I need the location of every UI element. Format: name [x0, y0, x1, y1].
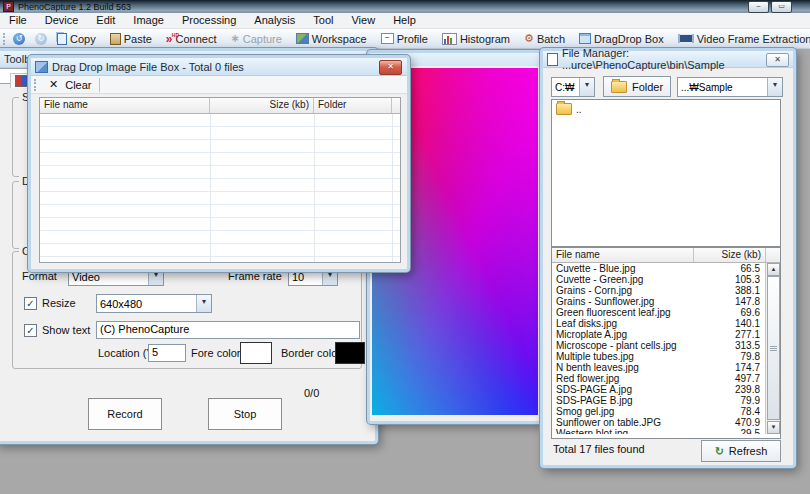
menu-file[interactable]: File	[0, 13, 36, 28]
menu-device[interactable]: Device	[36, 13, 88, 28]
menu-help[interactable]: Help	[384, 13, 425, 28]
file-table-body: Cuvette - Blue.jpg 66.5 Cuvette - Green.…	[552, 263, 766, 434]
chevron-down-icon[interactable]	[767, 78, 782, 96]
column-file-name[interactable]: File name	[552, 248, 694, 262]
border-color-swatch[interactable]	[335, 342, 365, 364]
table-row[interactable]: Microplate A.jpg 277.1	[552, 329, 766, 340]
table-row[interactable]: Leaf disks.jpg 140.1	[552, 318, 766, 329]
refresh-button[interactable]: Refresh	[701, 440, 781, 462]
table-row[interactable]: Red flower.jpg 497.7	[552, 373, 766, 384]
clear-button[interactable]: Clear	[42, 76, 97, 93]
dialog-icon	[35, 61, 48, 73]
scroll-down-icon[interactable]	[767, 421, 780, 434]
file-name-cell: Red flower.jpg	[552, 373, 694, 384]
menu-analysis[interactable]: Analysis	[245, 13, 304, 28]
nav-forward-button[interactable]	[30, 30, 52, 47]
resize-checkbox[interactable]	[24, 297, 37, 310]
table-row[interactable]: SDS-PAGE A.jpg 239.8	[552, 384, 766, 395]
table-row[interactable]: SDS-PAGE B.jpg 79.9	[552, 395, 766, 406]
minimize-button[interactable]: –	[748, 1, 769, 13]
file-manager-window: File Manager: ...urce\PhenoCapture\bin\S…	[540, 48, 796, 468]
table-row[interactable]: Western blot.jpg 29.5	[552, 428, 766, 434]
batch-icon	[524, 33, 534, 44]
folder-listbox[interactable]: ..	[551, 99, 781, 247]
file-size-cell: 497.7	[694, 373, 766, 384]
show-text-input[interactable]: (C) PhenoCapture	[96, 321, 360, 339]
menu-view[interactable]: View	[342, 13, 384, 28]
drive-select[interactable]: C:₩	[551, 77, 595, 97]
stop-button[interactable]: Stop	[208, 398, 282, 430]
file-table-scrollbar[interactable]	[765, 263, 780, 434]
table-row[interactable]: Grains - Sunflower.jpg 147.8	[552, 296, 766, 307]
table-row[interactable]: Microscope - plant cells.jpg 313.5	[552, 340, 766, 351]
scroll-up-icon[interactable]	[767, 263, 780, 276]
table-row[interactable]: Sunflower on table.JPG 470.9	[552, 417, 766, 428]
file-name-cell: SDS-PAGE A.jpg	[552, 384, 694, 395]
frame-counter: 0/0	[304, 387, 319, 399]
file-table: File name Size (kb) Cuvette - Blue.jpg 6…	[551, 247, 781, 439]
histogram-button[interactable]: Histogram	[437, 30, 515, 47]
paste-icon	[110, 33, 121, 45]
capture-button[interactable]: Capture	[226, 30, 287, 47]
paste-button[interactable]: Paste	[105, 30, 157, 47]
menu-edit[interactable]: Edit	[87, 13, 124, 28]
file-manager-title: File Manager: ...urce\PhenoCapture\bin\S…	[562, 47, 793, 71]
app-icon: P	[3, 1, 14, 12]
file-name-cell: Cuvette - Green.jpg	[552, 274, 694, 285]
restore-button[interactable]: ▭	[771, 1, 792, 13]
scrollbar-thumb[interactable]	[767, 276, 780, 420]
menu-processing[interactable]: Processing	[173, 13, 245, 28]
show-text-checkbox[interactable]	[24, 324, 37, 337]
file-size-cell: 105.3	[694, 274, 766, 285]
column-size[interactable]: Size (kb)	[694, 248, 766, 262]
record-button[interactable]: Record	[88, 398, 162, 430]
column-stub	[392, 98, 400, 113]
dragdrop-icon	[579, 33, 591, 44]
column-file-name[interactable]: File name	[40, 98, 210, 113]
batch-button[interactable]: Batch	[519, 30, 570, 47]
file-size-cell: 313.5	[694, 340, 766, 351]
chevron-down-icon[interactable]	[579, 78, 594, 96]
copy-button[interactable]: Copy	[52, 30, 101, 47]
histogram-icon	[442, 33, 457, 45]
file-size-cell: 147.8	[694, 296, 766, 307]
nav-back-button[interactable]	[8, 30, 30, 47]
table-row[interactable]: Green fluorescent leaf.jpg 69.6	[552, 307, 766, 318]
table-row[interactable]: Smog gel.jpg 78.4	[552, 406, 766, 417]
close-icon[interactable]	[766, 53, 789, 67]
fore-color-swatch[interactable]	[240, 342, 272, 364]
status-text: Total 17 files found	[553, 443, 645, 455]
dialog-titlebar[interactable]: Drag Drop Image File Box - Total 0 files	[31, 58, 407, 76]
table-row[interactable]: Multiple tubes.jpg 79.8	[552, 351, 766, 362]
parent-folder-entry[interactable]: ..	[552, 100, 780, 118]
close-icon[interactable]	[379, 60, 402, 75]
table-row[interactable]: Cuvette - Blue.jpg 66.5	[552, 263, 766, 274]
menu-tool[interactable]: Tool	[304, 13, 342, 28]
resize-select[interactable]: 640x480	[96, 294, 212, 313]
file-name-cell: SDS-PAGE B.jpg	[552, 395, 694, 406]
path-select[interactable]: ...₩Sample	[677, 77, 783, 97]
table-row[interactable]: Cuvette - Green.jpg 105.3	[552, 274, 766, 285]
file-name-cell: Sunflower on table.JPG	[552, 417, 694, 428]
file-size-cell: 470.9	[694, 417, 766, 428]
file-size-cell: 140.1	[694, 318, 766, 329]
chevron-down-icon[interactable]	[196, 295, 211, 312]
file-manager-titlebar[interactable]: File Manager: ...urce\PhenoCapture\bin\S…	[543, 51, 793, 68]
file-name-cell: Grains - Sunflower.jpg	[552, 296, 694, 307]
workspace-button[interactable]: Workspace	[291, 30, 372, 47]
column-size[interactable]: Size (kb)	[210, 98, 314, 113]
dragdrop-box-button[interactable]: DragDrop Box	[574, 30, 669, 47]
dialog-table-body[interactable]	[40, 114, 400, 262]
location-y-input[interactable]: 5	[148, 344, 186, 362]
workspace-icon	[296, 33, 309, 44]
file-size-cell: 79.9	[694, 395, 766, 406]
video-frame-extraction-button[interactable]: Video Frame Extraction	[673, 30, 810, 47]
profile-button[interactable]: Profile	[376, 30, 433, 47]
menu-image[interactable]: Image	[124, 13, 173, 28]
table-row[interactable]: Grains - Corn.jpg 388.1	[552, 285, 766, 296]
column-folder[interactable]: Folder	[314, 98, 392, 113]
connect-button[interactable]: HDConnect	[161, 30, 222, 47]
menu-bar: File Device Edit Image Processing Analys…	[0, 13, 810, 29]
table-row[interactable]: N benth leaves.jpg 174.7	[552, 362, 766, 373]
folder-button[interactable]: Folder	[603, 76, 671, 97]
